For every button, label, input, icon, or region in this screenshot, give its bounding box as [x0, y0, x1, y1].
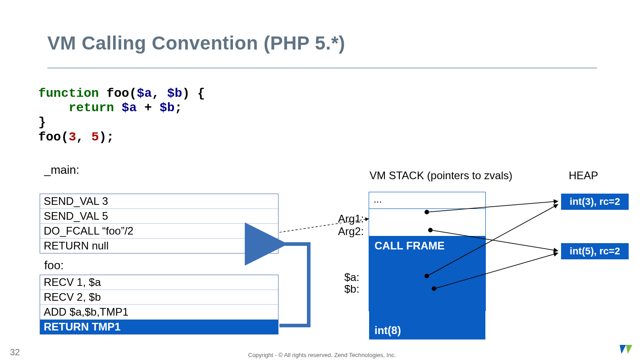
heap-value-2: int(5), rc=2: [561, 243, 629, 259]
pointer-dot: [428, 228, 433, 232]
svg-marker-1: [626, 345, 632, 354]
code-var: $a: [137, 86, 152, 100]
code-pun: );: [99, 130, 114, 144]
code-kw: function: [38, 86, 106, 100]
var-b-label: $b:: [344, 283, 359, 295]
code-var: $b: [160, 101, 175, 115]
stack-int8: int(8): [375, 324, 401, 337]
op-row: RECV 2, $b: [40, 290, 278, 305]
title-rule: [47, 68, 597, 68]
arg1-label: Arg1:: [338, 213, 364, 225]
section-foo-label: foo:: [44, 258, 64, 272]
op-row: SEND_VAL 5: [40, 209, 278, 224]
zend-logo-icon: [620, 345, 636, 357]
section-main-label: _main:: [44, 163, 79, 177]
op-row: ADD $a,$b,TMP1: [40, 305, 278, 320]
code-return: return: [69, 101, 122, 115]
code-pun: ,: [152, 86, 167, 100]
op-row: SEND_VAL 3: [40, 194, 278, 209]
op-row: RETURN null: [40, 239, 278, 253]
arg2-label: Arg2:: [338, 225, 364, 238]
op-row: RECV 1, $a: [40, 275, 278, 290]
code-pun: ,: [76, 130, 91, 144]
code-indent: [38, 101, 69, 115]
main-op-table: SEND_VAL 3 SEND_VAL 5 DO_FCALL “foo”/2 R…: [40, 194, 279, 253]
vm-stack-label: VM STACK (pointers to zvals): [370, 169, 512, 182]
code-var: $a: [122, 101, 137, 115]
code-pun: ) {: [182, 86, 205, 100]
svg-marker-0: [620, 345, 626, 354]
op-row-active: RETURN TMP1: [40, 320, 278, 334]
foo-op-table: RECV 1, $a RECV 2, $b ADD $a,$b,TMP1 RET…: [40, 275, 279, 335]
copyright: Copyright - © All rights reserved. Zend …: [0, 352, 644, 358]
heap-label: HEAP: [569, 169, 598, 182]
pointer-dot: [425, 210, 429, 214]
pointer-dot: [432, 286, 436, 291]
code-fn: foo: [106, 86, 129, 100]
code-pun: }: [38, 115, 46, 129]
heap-value-1: int(3), rc=2: [561, 194, 629, 210]
var-a-label: $a:: [344, 271, 359, 284]
code-block: function foo($a, $b) { return $a + $b; }…: [38, 86, 205, 145]
pointer-dot: [425, 274, 429, 278]
op-row: DO_FCALL “foo”/2: [40, 224, 278, 239]
code-var: $b: [167, 86, 183, 100]
stack-body: CALL FRAME int(8): [369, 236, 485, 339]
slide-title: VM Calling Convention (PHP 5.*): [47, 32, 345, 54]
code-num: 3: [69, 130, 76, 144]
code-pun: (: [129, 86, 137, 100]
code-pun: +: [137, 101, 159, 115]
call-frame-label: CALL FRAME: [369, 236, 485, 255]
code-fn: foo: [38, 130, 61, 144]
code-pun: ;: [174, 101, 182, 115]
code-pun: (: [61, 130, 69, 144]
code-num: 5: [91, 130, 99, 144]
stack-top-row: ...: [369, 192, 485, 209]
